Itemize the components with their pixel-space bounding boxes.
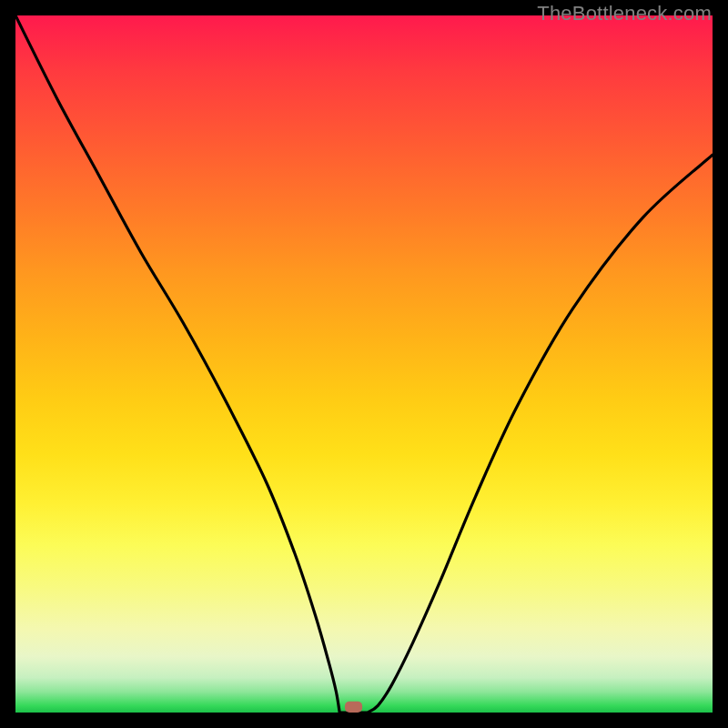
chart-frame: TheBottleneck.com [0,0,728,728]
watermark-text: TheBottleneck.com [537,2,712,25]
minimum-marker [345,702,362,713]
bottleneck-curve [15,15,713,713]
curve-svg [15,15,713,713]
plot-area [15,15,713,713]
curve-layer [15,15,713,713]
